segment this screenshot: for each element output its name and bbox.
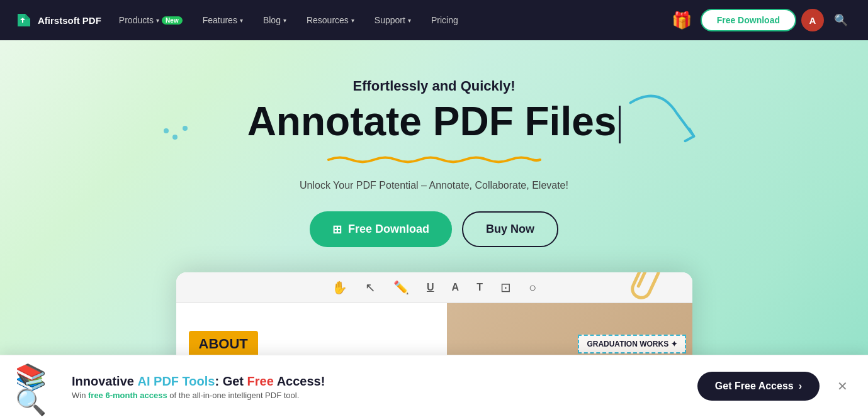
pencil-tool-icon[interactable]: ✏️ [393, 280, 409, 295]
nav-support[interactable]: Support ▾ [367, 10, 419, 30]
free-download-button[interactable]: ⊞ Free Download [310, 211, 452, 247]
graduation-box: GRADUATION WORKS ✦ [578, 335, 685, 353]
gift-icon[interactable]: 🎁 [668, 6, 696, 34]
app-toolbar: ✋ ↖ ✏️ U A T ⊡ ○ [176, 272, 692, 303]
nav-products[interactable]: Products ▾ New [111, 10, 190, 30]
nav-features[interactable]: Features ▾ [195, 10, 251, 30]
cursor-tool-icon[interactable]: ↖ [365, 280, 376, 295]
close-banner-button[interactable]: ✕ [832, 376, 853, 396]
hero-subtitle: Unlock Your PDF Potential – Annotate, Co… [300, 180, 568, 191]
windows-icon: ⊞ [332, 223, 342, 236]
get-free-access-button[interactable]: Get Free Access › [697, 372, 820, 401]
decorative-arrow [623, 84, 710, 168]
text-tool-icon[interactable]: T [476, 282, 483, 293]
nav-blog[interactable]: Blog ▾ [256, 10, 294, 30]
underline-tool-icon[interactable]: U [427, 282, 434, 293]
banner-subtext: Win free 6-month access of the all-in-on… [72, 391, 685, 400]
decorative-dots [164, 128, 188, 140]
cursor [619, 106, 621, 143]
mascot-image: 📚🔍 [15, 364, 59, 408]
text-color-tool-icon[interactable]: A [452, 282, 459, 293]
logo[interactable]: Afirstsoft PDF [15, 11, 101, 29]
buy-now-button[interactable]: Buy Now [462, 211, 558, 247]
banner-headline: Innovative AI PDF Tools: Get Free Access… [72, 373, 685, 389]
logo-icon [15, 11, 33, 29]
crop-tool-icon[interactable]: ⊡ [500, 280, 511, 295]
bottom-banner: 📚🔍 Innovative AI PDF Tools: Get Free Acc… [0, 355, 868, 417]
search-icon[interactable]: 🔍 [829, 8, 853, 32]
nav-pricing[interactable]: Pricing [424, 10, 466, 30]
hero-title-container: Annotate PDF Files [247, 99, 621, 165]
about-badge: ABOUT [189, 331, 258, 357]
hero-tagline: Effortlessly and Quickly! [353, 78, 516, 94]
navbar: Afirstsoft PDF Products ▾ New Features ▾… [0, 0, 868, 40]
shape-tool-icon[interactable]: ○ [529, 281, 536, 295]
wavy-underline [327, 153, 541, 165]
nav-free-download-button[interactable]: Free Download [701, 9, 796, 31]
hero-title: Annotate PDF Files [247, 99, 621, 143]
graduation-icon: ✦ [671, 340, 677, 348]
arrow-icon: › [799, 381, 802, 392]
banner-text-area: Innovative AI PDF Tools: Get Free Access… [72, 373, 685, 400]
hero-buttons: ⊞ Free Download Buy Now [310, 211, 558, 247]
user-avatar[interactable]: A [801, 9, 824, 31]
new-badge: New [162, 16, 183, 25]
logo-text: Afirstsoft PDF [38, 15, 101, 26]
hand-tool-icon[interactable]: ✋ [332, 280, 347, 295]
nav-resources[interactable]: Resources ▾ [299, 10, 362, 30]
